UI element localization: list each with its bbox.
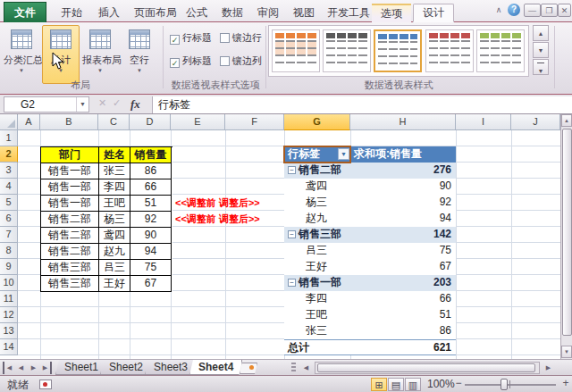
zoom-level-label[interactable]: 100% — [427, 378, 455, 391]
header-cell[interactable]: 部门 — [41, 147, 99, 163]
cell[interactable]: 51 — [130, 196, 172, 212]
col-header-h[interactable]: H — [350, 114, 456, 130]
cell[interactable]: 王好 — [99, 276, 130, 292]
cell[interactable]: 51 — [350, 307, 456, 323]
sheet-tab-sheet4-active[interactable]: Sheet4 — [189, 360, 242, 375]
vertical-scrollbar[interactable]: ▲ ▼ — [560, 114, 572, 359]
cancel-icon[interactable]: ✕ — [98, 97, 106, 109]
restore-button[interactable]: ❐ — [541, 4, 558, 17]
cell[interactable]: −销售二部 — [284, 163, 350, 179]
row-header-2-selected[interactable]: 2 — [0, 146, 18, 163]
cell[interactable]: −销售三部 — [284, 227, 350, 243]
pivot-value-header-cell[interactable]: 求和项:销售量 — [350, 146, 456, 163]
pivot-style-thumbnail[interactable] — [323, 29, 371, 72]
hscroll-right-icon[interactable]: ▶ — [543, 362, 554, 374]
tab-data[interactable]: 数据 — [213, 4, 252, 22]
cell[interactable]: 总计 — [284, 340, 350, 356]
insert-worksheet-icon[interactable] — [240, 363, 257, 374]
row-header-6[interactable]: 6 — [0, 211, 18, 227]
row-header-11[interactable]: 11 — [0, 291, 18, 307]
cell[interactable]: 66 — [130, 179, 172, 196]
minimize-button[interactable]: — — [524, 4, 541, 17]
next-sheet-icon[interactable]: ▶ — [28, 362, 39, 374]
cell[interactable]: 销售三部 — [41, 276, 99, 292]
cell[interactable]: 67 — [350, 259, 456, 275]
cell[interactable]: 销售一部 — [41, 179, 99, 196]
enter-icon[interactable]: ✓ — [113, 97, 121, 109]
cell[interactable]: 90 — [350, 179, 456, 195]
cell[interactable]: 吕三 — [99, 260, 130, 276]
col-header-c[interactable]: C — [98, 114, 130, 130]
cell[interactable]: 销售一部 — [41, 163, 99, 179]
collapse-icon[interactable]: − — [288, 166, 296, 174]
cell[interactable]: 李四 — [284, 291, 350, 307]
first-sheet-icon[interactable]: ◀ — [3, 362, 14, 374]
cell[interactable]: 吕三 — [284, 243, 350, 259]
col-header-a[interactable]: A — [18, 114, 40, 130]
row-header-14[interactable]: 14 — [0, 339, 18, 355]
col-header-f[interactable]: F — [225, 114, 284, 130]
cell[interactable]: 销售三部 — [41, 260, 99, 276]
cell[interactable]: 621 — [350, 340, 456, 356]
tab-insert[interactable]: 插入 — [89, 4, 129, 22]
cell[interactable]: 75 — [130, 260, 172, 276]
tab-scrollbar-splitter[interactable] — [291, 363, 296, 373]
tab-options-contextual[interactable]: 选项 — [372, 4, 411, 22]
row-header-12[interactable]: 12 — [0, 307, 18, 323]
cell[interactable]: 杨三 — [284, 195, 350, 211]
tab-file[interactable]: 文件 — [4, 2, 46, 22]
gallery-scroll-up-icon[interactable]: ▲ — [533, 25, 549, 41]
pivot-style-thumbnail[interactable] — [476, 29, 525, 72]
blank-rows-button[interactable]: 空行 ▼ — [121, 25, 158, 84]
scroll-up-icon[interactable]: ▲ — [561, 114, 572, 127]
pivot-style-thumbnail-selected[interactable] — [374, 29, 422, 72]
cell[interactable]: 92 — [350, 195, 456, 211]
cell[interactable]: 67 — [130, 276, 172, 292]
pivot-style-thumbnail[interactable] — [425, 29, 474, 72]
subtotals-button[interactable]: 分类汇总 ▼ — [3, 25, 40, 84]
name-box[interactable]: G2 ▼ — [4, 96, 89, 113]
hscroll-left-icon[interactable]: ◀ — [300, 362, 312, 374]
row-header-7[interactable]: 7 — [0, 227, 18, 243]
page-layout-view-icon[interactable]: ▤ — [388, 378, 404, 391]
tab-developer[interactable]: 开发工具 — [318, 4, 379, 22]
cell[interactable]: 92 — [130, 212, 172, 228]
cell[interactable]: −销售一部 — [284, 275, 350, 291]
col-header-e[interactable]: E — [171, 114, 225, 130]
tab-home[interactable]: 开始 — [52, 4, 91, 22]
tab-review[interactable]: 审阅 — [248, 4, 288, 22]
filter-dropdown-icon[interactable]: ▼ — [338, 148, 349, 160]
cell[interactable]: 75 — [350, 243, 456, 259]
row-header-13[interactable]: 13 — [0, 323, 18, 339]
horizontal-scrollbar[interactable] — [315, 362, 540, 374]
col-header-d[interactable]: D — [130, 114, 171, 130]
cell[interactable]: 赵九 — [284, 211, 350, 227]
namebox-dropdown-icon[interactable]: ▼ — [76, 97, 88, 112]
cell[interactable]: 王吧 — [284, 307, 350, 323]
cell[interactable]: 王好 — [284, 259, 350, 275]
sheet-tab-sheet3[interactable]: Sheet3 — [145, 360, 197, 375]
tab-formulas[interactable]: 公式 — [177, 4, 216, 22]
cell[interactable]: 鸢四 — [284, 179, 350, 195]
close-button[interactable]: ✕ — [558, 4, 571, 17]
cell[interactable]: 86 — [350, 323, 456, 339]
collapse-ribbon-icon[interactable]: ∧ — [492, 4, 505, 17]
col-header-i[interactable]: I — [456, 114, 511, 130]
sheet-tab-sheet1[interactable]: Sheet1 — [55, 360, 107, 375]
report-layout-button[interactable]: 报表布局 ▼ — [81, 25, 119, 84]
sheet-tab-sheet2[interactable]: Sheet2 — [100, 360, 152, 375]
cell[interactable]: 203 — [350, 275, 456, 291]
pivot-style-thumbnail[interactable] — [272, 29, 320, 72]
scroll-down-icon[interactable]: ▼ — [561, 346, 572, 358]
cell[interactable]: 66 — [350, 291, 456, 307]
col-header-g-selected[interactable]: G — [284, 114, 350, 130]
cell[interactable]: 94 — [130, 244, 172, 260]
header-cell[interactable]: 姓名 — [99, 147, 130, 163]
zoom-slider-track[interactable] — [465, 384, 556, 386]
cell[interactable]: 142 — [350, 227, 456, 243]
cell[interactable]: 张三 — [284, 323, 350, 339]
cell[interactable]: 销售一部 — [41, 196, 99, 212]
row-header-9[interactable]: 9 — [0, 259, 18, 275]
row-header-1[interactable]: 1 — [0, 130, 18, 146]
macro-record-icon[interactable] — [39, 379, 52, 389]
